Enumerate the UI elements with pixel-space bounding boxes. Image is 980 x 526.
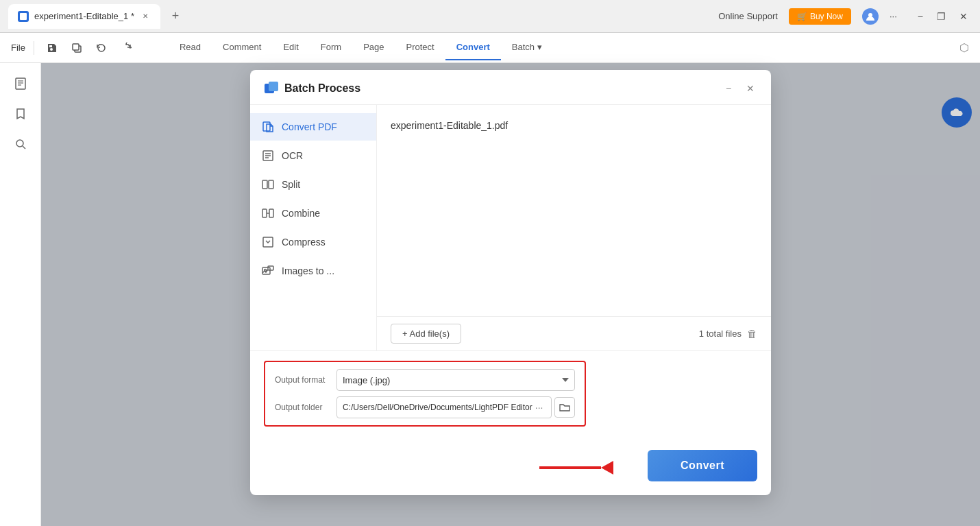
sidebar-pages-icon[interactable]	[8, 71, 33, 96]
file-item: experiment1-Editable_1.pdf	[391, 116, 757, 135]
svg-rect-19	[262, 209, 267, 217]
svg-rect-11	[269, 82, 278, 91]
batch-process-modal: Batch Process − ✕	[250, 70, 771, 495]
svg-rect-20	[269, 209, 273, 217]
user-avatar[interactable]	[862, 8, 879, 25]
online-support-link[interactable]: Online Support	[718, 11, 778, 21]
minimize-button[interactable]: −	[914, 10, 927, 23]
add-files-button[interactable]: + Add file(s)	[391, 324, 461, 344]
close-button[interactable]: ✕	[955, 10, 972, 23]
settings-highlight-box: Output format Image (.jpg) Word (.docx) …	[264, 361, 586, 427]
total-files-label: 1 total files	[699, 328, 742, 339]
svg-rect-17	[262, 180, 267, 189]
window-controls: − ❐ ✕	[914, 10, 972, 23]
tab-title: experiment1-Editable_1 *	[34, 11, 134, 21]
file-list-footer: + Add file(s) 1 total files 🗑	[377, 316, 771, 350]
redo-icon[interactable]	[117, 38, 136, 58]
modal-title-area: Batch Process	[264, 81, 360, 96]
sidebar-bookmark-icon[interactable]	[8, 101, 33, 126]
nav-compress[interactable]: Compress	[250, 228, 376, 256]
modal-title: Batch Process	[284, 82, 360, 95]
file-list-area: experiment1-Editable_1.pdf	[377, 105, 771, 316]
folder-path-display: C:/Users/Dell/OneDrive/Documents/LightPD…	[336, 396, 552, 418]
left-sidebar	[0, 63, 41, 526]
svg-line-9	[23, 146, 25, 149]
nav-convert-pdf-label: Convert PDF	[282, 121, 337, 132]
modal-minimize-btn[interactable]: −	[722, 82, 735, 95]
tab-convert[interactable]: Convert	[445, 35, 501, 60]
tab-comment[interactable]: Comment	[212, 35, 272, 60]
sidebar-search-icon[interactable]	[8, 132, 33, 156]
nav-ocr[interactable]: OCR	[250, 142, 376, 169]
output-format-select[interactable]: Image (.jpg) Word (.docx) Excel (.xlsx) …	[336, 369, 575, 391]
modal-sidebar: Convert PDF OCR Split	[250, 105, 377, 350]
nav-compress-label: Compress	[282, 237, 326, 248]
split-icon	[261, 178, 275, 191]
compress-icon	[261, 235, 275, 249]
nav-combine-label: Combine	[282, 208, 320, 219]
nav-convert-pdf[interactable]: Convert PDF	[250, 113, 376, 141]
nav-tabs: Read Comment Edit Form Page Protect Conv…	[169, 35, 553, 60]
tab-edit[interactable]: Edit	[272, 35, 309, 60]
convert-button[interactable]: Convert	[648, 450, 757, 481]
nav-combine[interactable]: Combine	[250, 200, 376, 227]
modal-header: Batch Process − ✕	[250, 70, 771, 105]
browser-tab[interactable]: experiment1-Editable_1 * ✕	[8, 4, 160, 29]
svg-rect-18	[269, 180, 273, 189]
tab-read[interactable]: Read	[169, 35, 212, 60]
new-tab-button[interactable]: +	[166, 7, 185, 26]
arrow-head	[601, 461, 613, 475]
tab-form[interactable]: Form	[310, 35, 352, 60]
nav-ocr-label: OCR	[282, 150, 303, 161]
nav-images-to-label: Images to ...	[282, 265, 334, 276]
buy-now-button[interactable]: 🛒 Buy Now	[789, 8, 851, 25]
pdf-area: Batch Process − ✕	[41, 63, 980, 526]
tab-batch[interactable]: Batch ▾	[501, 35, 553, 60]
settings-panel: Output format Image (.jpg) Word (.docx) …	[250, 350, 771, 440]
folder-browse-button[interactable]	[554, 397, 575, 418]
file-count-area: 1 total files 🗑	[699, 328, 757, 339]
toolbar-right: ⬡	[959, 41, 969, 54]
svg-rect-4	[16, 78, 25, 89]
nav-split[interactable]: Split	[250, 171, 376, 198]
save-icon[interactable]	[42, 38, 62, 58]
arrow-line	[539, 466, 601, 469]
folder-input-wrap: C:/Users/Dell/OneDrive/Documents/LightPD…	[336, 396, 575, 418]
svg-rect-25	[268, 266, 273, 270]
convert-pdf-icon	[261, 120, 275, 134]
external-link-icon[interactable]: ⬡	[959, 41, 969, 54]
nav-split-label: Split	[282, 179, 300, 190]
output-format-label: Output format	[275, 375, 336, 385]
ocr-icon	[261, 149, 275, 163]
more-options-icon[interactable]: ···	[890, 11, 897, 21]
images-to-icon	[261, 264, 275, 278]
svg-rect-0	[20, 13, 27, 20]
tab-icon	[18, 11, 29, 22]
tab-protect[interactable]: Protect	[395, 35, 445, 60]
tab-page[interactable]: Page	[352, 35, 395, 60]
browser-chrome: experiment1-Editable_1 * ✕ + Online Supp…	[0, 0, 980, 33]
modal-close-btn[interactable]: ✕	[744, 82, 757, 95]
output-folder-row: Output folder C:/Users/Dell/OneDrive/Doc…	[275, 396, 575, 418]
svg-rect-3	[73, 44, 79, 50]
app-toolbar: File Read Comment Edit Form Page Protect…	[0, 33, 980, 63]
delete-all-icon[interactable]: 🗑	[747, 328, 757, 339]
undo-icon[interactable]	[92, 38, 111, 58]
combine-icon	[261, 206, 275, 220]
file-menu[interactable]: File	[11, 43, 25, 53]
folder-dots-btn[interactable]: ···	[532, 402, 546, 413]
folder-path-text: C:/Users/Dell/OneDrive/Documents/LightPD…	[343, 403, 532, 412]
tab-close-btn[interactable]: ✕	[140, 11, 151, 22]
main-content: Batch Process − ✕	[0, 63, 980, 526]
modal-body: Convert PDF OCR Split	[250, 105, 771, 350]
modal-main: experiment1-Editable_1.pdf + Add file(s)…	[377, 105, 771, 350]
nav-images-to[interactable]: Images to ...	[250, 257, 376, 285]
modal-overlay: Batch Process − ✕	[41, 63, 980, 526]
maximize-button[interactable]: ❐	[933, 10, 950, 23]
copy-icon[interactable]	[67, 38, 86, 58]
modal-footer: Convert	[250, 440, 771, 495]
output-folder-label: Output folder	[275, 403, 336, 412]
browser-controls: Online Support 🛒 Buy Now ··· − ❐ ✕	[718, 8, 972, 25]
output-format-row: Output format Image (.jpg) Word (.docx) …	[275, 369, 575, 391]
modal-controls: − ✕	[722, 82, 757, 95]
